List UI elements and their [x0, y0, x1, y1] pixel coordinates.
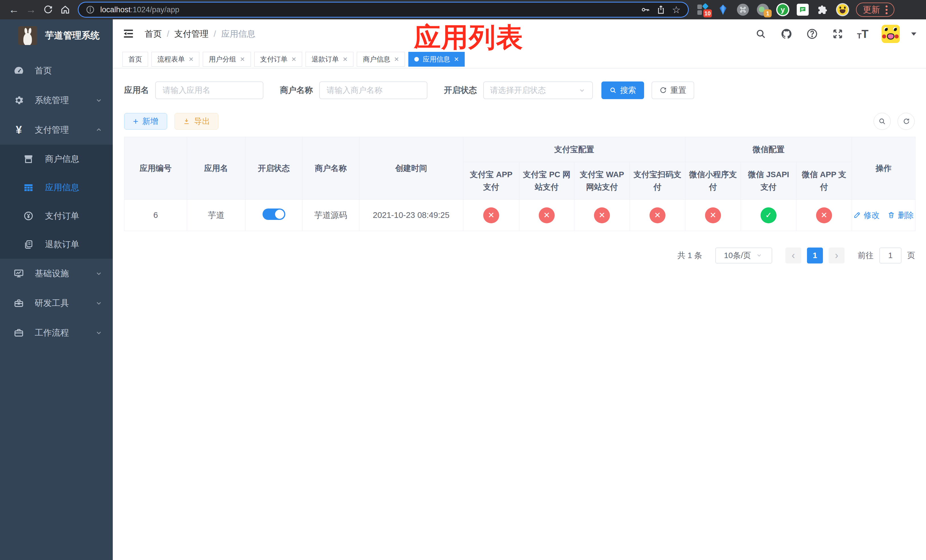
search-button[interactable]: 搜索: [601, 82, 644, 99]
briefcase-icon: [12, 327, 25, 339]
fullscreen-icon[interactable]: [831, 28, 844, 40]
status-label: 开启状态: [444, 85, 477, 96]
app-title: 芋道管理系统: [45, 29, 100, 42]
breadcrumb-pay[interactable]: 支付管理: [174, 28, 209, 40]
tab-app-info[interactable]: 应用信息×: [409, 52, 465, 67]
browser-menu-icon[interactable]: [885, 5, 888, 14]
refresh-icon[interactable]: [897, 113, 915, 130]
status-select-placeholder: 请选择开启状态: [490, 85, 546, 96]
col-alipay-wap: 支付宝 WAP 网站支付: [574, 162, 630, 200]
tab-refund-order[interactable]: 退款订单×: [306, 52, 353, 67]
status-select[interactable]: 请选择开启状态: [483, 82, 593, 99]
edit-link[interactable]: 修改: [853, 210, 879, 221]
add-button[interactable]: + 新增: [124, 113, 167, 130]
browser-profile-avatar[interactable]: [836, 3, 849, 16]
tab-user-group[interactable]: 用户分组×: [203, 52, 251, 67]
goto-label: 前往: [858, 250, 874, 261]
sidebar-item-pay-order[interactable]: 支付订单: [0, 202, 113, 230]
close-icon[interactable]: ×: [394, 55, 399, 63]
user-avatar[interactable]: [882, 25, 900, 43]
extension-grid-icon[interactable]: 10: [696, 3, 710, 16]
search-icon[interactable]: [755, 28, 767, 40]
reset-button[interactable]: 重置: [652, 82, 694, 99]
col-app-id: 应用编号: [124, 137, 187, 200]
close-icon[interactable]: ×: [240, 55, 245, 63]
password-key-icon[interactable]: [640, 4, 651, 15]
browser-forward-icon[interactable]: →: [23, 2, 39, 17]
cell-alipay-pc: ✕: [519, 200, 574, 231]
breadcrumb-current: 应用信息: [221, 28, 256, 40]
export-button[interactable]: 导出: [174, 113, 218, 130]
content-area: 应用列表 首页 / 支付管理 / 应用信息 TT: [113, 20, 926, 560]
update-label: 更新: [863, 4, 880, 16]
sidebar-item-workflow[interactable]: 工作流程: [0, 318, 113, 348]
app-logo-row[interactable]: 芋道管理系统: [0, 20, 113, 51]
cell-alipay-qr: ✕: [630, 200, 685, 231]
page-1-button[interactable]: 1: [807, 248, 823, 263]
update-button[interactable]: 更新: [856, 3, 894, 17]
sidebar-item-home[interactable]: 首页: [0, 56, 113, 85]
dashboard-icon: [12, 64, 25, 77]
table-row: 6 芋道 芋道源码 2021-10-23 08:49:25 ✕ ✕ ✕ ✕ ✕ …: [124, 200, 915, 231]
app-name-input[interactable]: [162, 85, 257, 95]
sidebar-item-merchant-info[interactable]: 商户信息: [0, 145, 113, 173]
shop-icon: [22, 153, 35, 165]
breadcrumb-separator: /: [213, 29, 216, 39]
status-check-icon: ✓: [761, 207, 776, 223]
close-icon[interactable]: ×: [292, 55, 296, 63]
sidebar-item-app-info[interactable]: 应用信息: [0, 173, 113, 202]
prev-page-button[interactable]: ‹: [785, 248, 801, 263]
show-search-icon[interactable]: [874, 113, 891, 130]
chevron-down-icon: [95, 299, 103, 307]
pencil-icon: [853, 211, 861, 219]
col-alipay-qr: 支付宝扫码支付: [630, 162, 685, 200]
cell-created: 2021-10-23 08:49:25: [359, 200, 463, 231]
breadcrumb-home[interactable]: 首页: [145, 28, 162, 40]
goto-page-input[interactable]: [879, 248, 902, 263]
merchant-name-input[interactable]: [326, 85, 421, 95]
extension-chat-icon[interactable]: [796, 3, 809, 16]
sidebar-item-dev-tools[interactable]: 研发工具: [0, 288, 113, 318]
status-cross-icon: ✕: [816, 207, 832, 223]
extension-badge: 10: [703, 9, 712, 17]
url-bar[interactable]: localhost:1024/pay/app ☆: [79, 3, 688, 17]
tab-pay-order[interactable]: 支付订单×: [254, 52, 302, 67]
font-size-icon[interactable]: TT: [857, 28, 869, 39]
sidebar-item-refund-order[interactable]: 退款订单: [0, 230, 113, 259]
sidebar-collapse-icon[interactable]: [123, 28, 135, 40]
page-info-icon[interactable]: [85, 4, 96, 15]
extension-command-icon[interactable]: [736, 3, 749, 16]
browser-reload-icon[interactable]: [41, 2, 56, 17]
github-icon[interactable]: [780, 28, 793, 40]
status-toggle[interactable]: [263, 209, 285, 220]
extension-audio-icon[interactable]: 1: [756, 3, 769, 16]
tab-process-form[interactable]: 流程表单×: [151, 52, 199, 67]
sidebar-item-system[interactable]: 系统管理: [0, 85, 113, 115]
table-toolbar: + 新增 导出: [124, 113, 915, 130]
sidebar-item-infra[interactable]: 基础设施: [0, 259, 113, 288]
sidebar-item-pay[interactable]: ¥ 支付管理: [0, 115, 113, 145]
delete-link[interactable]: 删除: [888, 210, 914, 221]
group-wechat-config: 微信配置: [685, 137, 852, 162]
close-icon[interactable]: ×: [343, 55, 347, 63]
tab-home[interactable]: 首页: [123, 52, 148, 67]
yen-icon: ¥: [12, 124, 25, 136]
help-icon[interactable]: [806, 28, 819, 40]
close-icon[interactable]: ×: [189, 55, 193, 63]
close-icon[interactable]: ×: [454, 55, 459, 63]
extension-gem-icon[interactable]: [716, 3, 729, 16]
extension-vue-devtools-icon[interactable]: y: [776, 3, 789, 16]
extensions-puzzle-icon[interactable]: [816, 3, 829, 16]
next-page-button[interactable]: ›: [829, 248, 844, 263]
col-wx-app: 微信 APP 支付: [796, 162, 852, 200]
user-menu-caret-icon[interactable]: [911, 32, 916, 36]
page-size-select[interactable]: 10条/页: [715, 248, 772, 263]
group-alipay-config: 支付宝配置: [463, 137, 685, 162]
browser-toolbar: ← → localhost:1024/pay/app ☆ 10: [0, 0, 926, 20]
browser-home-icon[interactable]: [57, 2, 73, 17]
share-icon[interactable]: [655, 4, 666, 15]
tab-merchant-info[interactable]: 商户信息×: [357, 52, 405, 67]
bookmark-star-icon[interactable]: ☆: [671, 4, 682, 15]
browser-back-icon[interactable]: ←: [6, 2, 22, 17]
cell-status: [245, 200, 303, 231]
